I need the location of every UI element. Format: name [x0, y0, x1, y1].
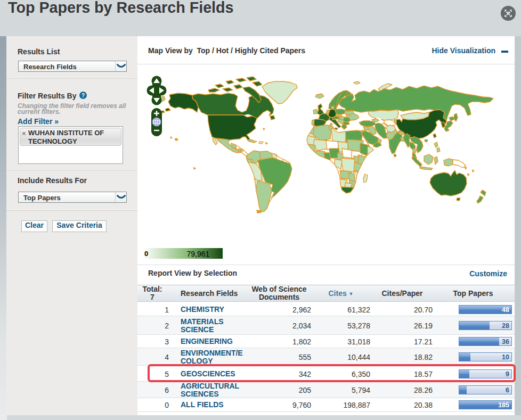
svg-text:79,961: 79,961 [187, 250, 210, 258]
svg-text:0: 0 [144, 250, 148, 258]
svg-text:?: ? [82, 93, 85, 98]
